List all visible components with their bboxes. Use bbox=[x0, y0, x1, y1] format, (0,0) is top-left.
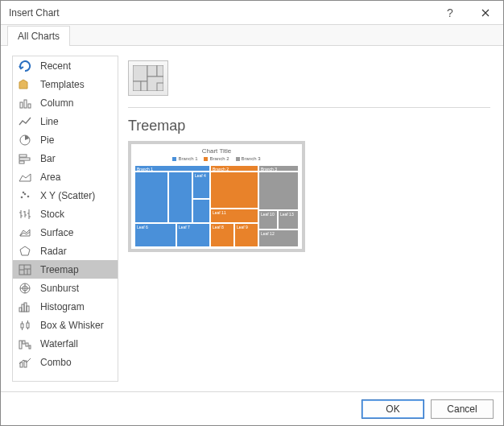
box-orange-big bbox=[210, 172, 258, 209]
ok-button[interactable]: OK bbox=[361, 399, 424, 419]
sidebar-item-sunburst[interactable]: Sunburst bbox=[13, 279, 118, 297]
sidebar-item-label: Sunburst bbox=[40, 283, 79, 294]
tab-label: All Charts bbox=[18, 31, 60, 42]
stock-icon bbox=[18, 208, 32, 221]
sidebar-item-combo[interactable]: Combo bbox=[13, 353, 118, 371]
box-branch3: Branch 3 bbox=[258, 165, 299, 172]
sidebar-item-label: Radar bbox=[40, 246, 67, 257]
cancel-button[interactable]: Cancel bbox=[431, 399, 494, 419]
chart-preview[interactable]: Chart Title Branch 1 Branch 2 Branch 3 B… bbox=[128, 141, 305, 252]
dialog-title: Insert Chart bbox=[9, 7, 60, 19]
box-blue-mid bbox=[168, 172, 192, 223]
subtype-thumb-treemap[interactable] bbox=[128, 60, 168, 96]
svg-rect-0 bbox=[20, 102, 23, 108]
legend-branch2: Branch 2 bbox=[204, 156, 229, 161]
legend-branch3: Branch 3 bbox=[236, 156, 261, 161]
box-leaf8: Leaf 8 bbox=[210, 223, 234, 247]
treemap-thumb-icon bbox=[133, 65, 163, 91]
sidebar-item-area[interactable]: Area bbox=[13, 168, 118, 186]
sunburst-icon bbox=[18, 282, 32, 295]
histogram-icon bbox=[18, 300, 32, 313]
svg-rect-22 bbox=[26, 343, 28, 346]
close-icon bbox=[481, 9, 490, 17]
sidebar-item-radar[interactable]: Radar bbox=[13, 242, 118, 260]
box-leaf9: Leaf 9 bbox=[234, 223, 258, 247]
svg-rect-4 bbox=[19, 155, 27, 157]
sidebar-item-surface[interactable]: Surface bbox=[13, 223, 118, 242]
tabstrip: All Charts bbox=[1, 25, 503, 46]
sidebar-item-waterfall[interactable]: Waterfall bbox=[13, 334, 118, 353]
recent-icon bbox=[18, 60, 32, 72]
sidebar-item-templates[interactable]: Templates bbox=[13, 75, 118, 93]
sidebar-item-pie[interactable]: Pie bbox=[13, 130, 118, 149]
svg-rect-5 bbox=[19, 158, 30, 160]
svg-point-7 bbox=[21, 196, 23, 198]
svg-rect-29 bbox=[141, 81, 147, 91]
radar-icon bbox=[18, 245, 32, 258]
column-icon bbox=[18, 97, 32, 110]
svg-point-9 bbox=[27, 195, 30, 197]
bar-icon bbox=[18, 152, 32, 165]
sidebar-item-bar[interactable]: Bar bbox=[13, 149, 118, 168]
svg-rect-2 bbox=[28, 104, 31, 108]
sidebar-item-label: Box & Whisker bbox=[40, 320, 104, 331]
chart-type-sidebar: Recent Templates Column Line Pie Bar bbox=[12, 56, 118, 382]
box-branch2: Branch 2 bbox=[210, 165, 258, 172]
box-grey-big bbox=[258, 172, 299, 210]
sidebar-item-label: Pie bbox=[40, 134, 54, 146]
box-leaf10: Leaf 10 bbox=[258, 210, 278, 230]
subtype-row bbox=[128, 57, 490, 108]
scatter-icon bbox=[18, 189, 32, 202]
svg-rect-6 bbox=[19, 161, 24, 163]
sidebar-item-label: X Y (Scatter) bbox=[40, 190, 95, 201]
sidebar-item-label: Surface bbox=[40, 227, 73, 238]
box-leaf12: Leaf 12 bbox=[258, 230, 299, 247]
box-leaf4: Leaf 4 bbox=[192, 172, 210, 199]
titlebar: Insert Chart ? bbox=[1, 1, 503, 25]
sidebar-item-label: Combo bbox=[40, 357, 72, 368]
content-pane: Treemap Chart Title Branch 1 Branch 2 Br… bbox=[126, 56, 492, 382]
surface-icon bbox=[18, 226, 32, 239]
dialog-body: Recent Templates Column Line Pie Bar bbox=[1, 46, 503, 391]
sidebar-item-label: Recent bbox=[40, 60, 71, 72]
sidebar-item-scatter[interactable]: X Y (Scatter) bbox=[13, 186, 118, 205]
area-icon bbox=[18, 171, 32, 184]
box-leaf7: Leaf 7 bbox=[176, 223, 210, 247]
cancel-button-label: Cancel bbox=[447, 403, 477, 415]
sidebar-item-label: Column bbox=[40, 97, 73, 109]
box-branch1: Branch 1 bbox=[134, 165, 210, 172]
sidebar-item-label: Waterfall bbox=[40, 338, 78, 349]
box-leaf6: Leaf 6 bbox=[134, 223, 176, 247]
pie-icon bbox=[18, 134, 32, 147]
svg-rect-23 bbox=[29, 345, 31, 349]
sidebar-item-label: Line bbox=[40, 116, 59, 127]
svg-point-10 bbox=[23, 191, 25, 193]
sidebar-item-treemap[interactable]: Treemap bbox=[13, 260, 118, 279]
svg-rect-21 bbox=[23, 341, 25, 344]
sidebar-item-stock[interactable]: Stock bbox=[13, 205, 118, 223]
ok-button-label: OK bbox=[386, 403, 399, 415]
svg-rect-1 bbox=[24, 100, 27, 108]
sidebar-item-label: Treemap bbox=[40, 264, 79, 275]
sidebar-item-boxwhisker[interactable]: Box & Whisker bbox=[13, 316, 118, 334]
sidebar-item-line[interactable]: Line bbox=[13, 112, 118, 130]
svg-rect-33 bbox=[157, 83, 163, 91]
svg-rect-19 bbox=[27, 323, 29, 328]
box-blue-small bbox=[192, 199, 210, 223]
box-leaf11: Leaf 11 bbox=[210, 209, 258, 223]
help-button[interactable]: ? bbox=[432, 1, 468, 25]
sidebar-item-recent[interactable]: Recent bbox=[13, 56, 118, 75]
sidebar-item-label: Templates bbox=[40, 79, 85, 90]
sidebar-item-label: Area bbox=[40, 172, 60, 183]
tab-all-charts[interactable]: All Charts bbox=[7, 26, 70, 46]
close-button[interactable] bbox=[468, 1, 503, 25]
combo-icon bbox=[18, 356, 32, 369]
chart-type-title: Treemap bbox=[128, 118, 490, 134]
box-blue-big bbox=[134, 172, 168, 223]
sidebar-item-column[interactable]: Column bbox=[13, 93, 118, 112]
svg-rect-17 bbox=[27, 306, 29, 312]
svg-point-8 bbox=[24, 192, 27, 195]
dialog-footer: OK Cancel bbox=[1, 391, 503, 425]
sidebar-item-histogram[interactable]: Histogram bbox=[13, 297, 118, 316]
line-icon bbox=[18, 115, 32, 128]
